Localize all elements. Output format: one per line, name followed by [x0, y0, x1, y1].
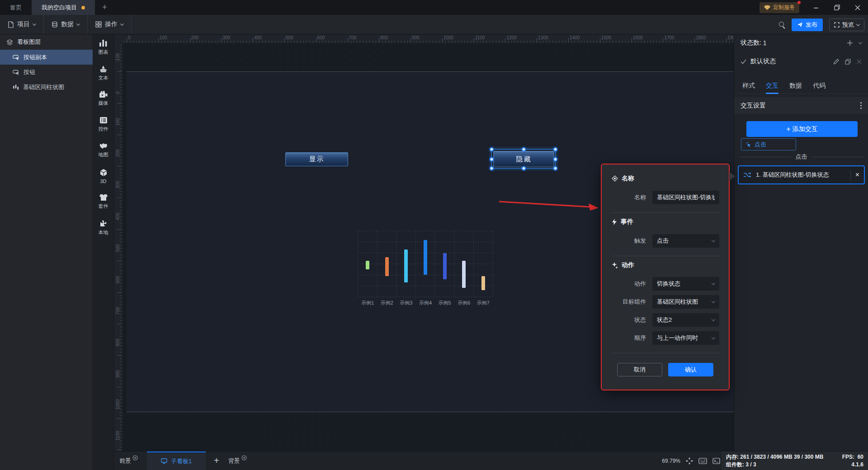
trigger-select[interactable]: 点击 [652, 234, 719, 248]
rail-item-label: 控件 [99, 126, 108, 132]
select-value: 点击 [657, 237, 669, 245]
chart-bar [462, 261, 466, 288]
action-select[interactable]: 切换状态 [652, 277, 719, 291]
interaction-list-item[interactable]: 1. 基础区间柱状图-切换状态 × [738, 165, 865, 184]
remove-interaction-icon[interactable]: × [855, 171, 859, 179]
rail-item-map[interactable]: 地图 [93, 137, 113, 163]
confirm-button[interactable]: 确认 [668, 363, 713, 376]
resize-handle-n[interactable] [522, 147, 526, 151]
delete-state-icon[interactable] [857, 59, 862, 64]
puzzle-icon [99, 220, 108, 227]
selection-box[interactable]: 隐藏 [491, 149, 556, 169]
add-state-icon[interactable] [847, 40, 853, 46]
new-tab-button[interactable]: + [95, 0, 114, 15]
subboard-tab[interactable]: 子看板1 [147, 451, 206, 470]
layer-item-range-bar-chart[interactable]: 基础区间柱状图 [0, 80, 93, 94]
circle-plus-icon[interactable] [132, 455, 138, 461]
v-ruler: -100010020030040050060070080090010001100 [114, 43, 122, 451]
rail-item-label: 套件 [99, 203, 108, 210]
tab-label: 交互 [766, 82, 778, 90]
ruler-label: 1400 [570, 35, 580, 40]
click-trigger-badge[interactable]: 点击 [741, 138, 796, 150]
ruler-label: 800 [380, 35, 388, 40]
state-select[interactable]: 状态2 [652, 313, 719, 327]
kit-icon [99, 194, 108, 201]
database-icon [52, 21, 58, 28]
rail-item-media[interactable]: 媒体 [93, 86, 113, 112]
default-state-row[interactable]: 默认状态 [734, 54, 868, 69]
foreground-tab[interactable]: 前景 [119, 451, 138, 470]
zoom-level-value[interactable]: 69.79% [662, 458, 680, 464]
resize-handle-sw[interactable] [490, 166, 494, 170]
tab-style[interactable]: 样式 [742, 78, 755, 94]
collapse-chevron-icon[interactable] [859, 40, 862, 44]
ruler-label: 0 [128, 35, 131, 40]
rail-item-kit[interactable]: 套件 [93, 189, 113, 215]
keyboard-icon[interactable] [698, 458, 707, 464]
resize-handle-nw[interactable] [490, 147, 494, 151]
show-button-component[interactable]: 显示 [285, 152, 348, 166]
tab-data[interactable]: 数据 [789, 78, 802, 94]
resize-handle-se[interactable] [553, 166, 557, 170]
dialog-action-row: 动作 切换状态 [612, 277, 719, 291]
order-select[interactable]: 与上一动作同时 [652, 331, 719, 345]
search-icon[interactable] [779, 22, 785, 28]
ruler-label: 1100 [475, 35, 485, 40]
tab-home[interactable]: 首页 [0, 0, 32, 15]
minimize-button[interactable] [806, 0, 826, 15]
resize-handle-ne[interactable] [553, 147, 557, 151]
ruler-label: 1900 [727, 35, 734, 40]
name-input[interactable]: 基础区间柱状图-切换状态 [652, 191, 719, 204]
rail-item-controls[interactable]: 控件 [93, 112, 113, 137]
resize-handle-w[interactable] [490, 157, 494, 161]
custom-service-badge[interactable]: 定制服务 [760, 2, 799, 13]
background-tab[interactable]: 背景 [228, 451, 247, 470]
add-board-button[interactable]: + [214, 451, 219, 470]
fit-screen-icon[interactable] [686, 457, 693, 465]
menu-data[interactable]: 数据 [44, 15, 88, 34]
add-interaction-button[interactable]: + 添加交互 [746, 121, 858, 137]
menu-operations[interactable]: 操作 [88, 15, 132, 34]
rail-item-3d[interactable]: 3D [93, 163, 113, 189]
layer-item-button[interactable]: 按钮 [0, 65, 93, 80]
tab-code[interactable]: 代码 [813, 78, 826, 94]
resize-handle-e[interactable] [553, 157, 557, 161]
chart-category-label: 示例1 [358, 300, 377, 306]
publish-button[interactable]: 发布 [792, 19, 823, 31]
range-bar-chart-component[interactable]: 示例1示例2示例3示例4示例5示例6示例7 [358, 231, 493, 297]
rail-item-local[interactable]: 本地 [93, 215, 113, 240]
rail-item-charts[interactable]: 图表 [93, 34, 113, 60]
controls-icon [99, 117, 108, 124]
circle-plus-icon[interactable] [241, 455, 247, 461]
kebab-menu-icon[interactable] [860, 105, 862, 106]
select-value: 状态2 [657, 316, 672, 324]
tab-interaction[interactable]: 交互 [766, 78, 778, 94]
layers-panel: 看板图层 按钮副本 按钮 基础区间柱状图 [0, 34, 93, 470]
fullscreen-icon [834, 22, 840, 28]
close-button[interactable] [847, 0, 868, 15]
dialog-order-row: 顺序 与上一动作同时 [612, 331, 719, 345]
copy-icon[interactable] [845, 59, 851, 65]
action-sparkle-icon [612, 262, 618, 268]
terminal-icon[interactable] [712, 458, 720, 464]
show-button-label: 显示 [309, 155, 325, 164]
hide-button-component[interactable]: 隐藏 [493, 151, 554, 167]
maximize-button[interactable] [826, 0, 847, 15]
interaction-item-label: 1. 基础区间柱状图-切换状态 [756, 171, 829, 179]
preview-button[interactable]: 预览 [829, 19, 864, 31]
tab-project[interactable]: 我的空白项目 [32, 0, 95, 15]
notification-dot-icon [797, 1, 801, 4]
button-layer-icon [13, 69, 19, 75]
cancel-button[interactable]: 取消 [617, 363, 662, 376]
cube-3d-icon [99, 169, 108, 177]
bar-chart-layer-icon [13, 84, 19, 90]
resize-handle-s[interactable] [522, 166, 526, 170]
component-rail: 图表 文本 媒体 控件 地图 3D 套件 本地 [93, 34, 114, 470]
menu-project[interactable]: 项目 [0, 15, 44, 34]
trigger-group-label: 点击 [796, 153, 807, 161]
rail-item-text[interactable]: 文本 [93, 60, 113, 86]
layer-item-button-copy[interactable]: 按钮副本 [0, 50, 93, 65]
target-component-select[interactable]: 基础区间柱状图 [652, 295, 719, 309]
tab-project-label: 我的空白项目 [42, 4, 77, 12]
edit-icon[interactable] [833, 59, 839, 65]
